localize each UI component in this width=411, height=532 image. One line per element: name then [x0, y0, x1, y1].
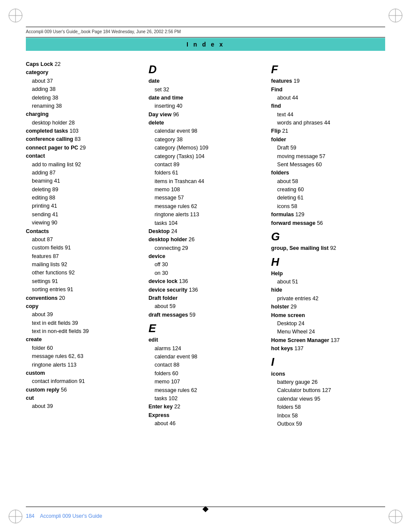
list-item: Day view 96: [149, 111, 263, 119]
entry-text: charging: [26, 111, 49, 117]
entry-text: calendar views: [277, 396, 313, 402]
list-item: date and time: [149, 94, 263, 102]
entry-text: conventions: [26, 295, 58, 301]
entry-text: folder: [271, 137, 286, 143]
entry-page: 41: [53, 178, 60, 184]
list-item: device: [149, 252, 263, 261]
entry-page: 30: [161, 270, 168, 276]
entry-text: deleting: [32, 95, 51, 101]
entry-text: about: [155, 303, 168, 309]
entry-page: 92: [74, 162, 81, 168]
entry-text: private entries: [277, 296, 311, 302]
entry-text: connect pager to PC: [26, 145, 78, 151]
entry-page: 26: [187, 236, 194, 243]
list-item: about 39: [26, 311, 140, 319]
entry-text: hot keys: [271, 345, 293, 352]
entry-page: 38: [51, 95, 58, 101]
list-item: about 39: [26, 402, 140, 411]
entry-text: contact: [155, 362, 172, 368]
list-item: folder: [271, 136, 385, 144]
entry-text: Inbox: [277, 413, 290, 419]
entry-page: 44: [323, 120, 330, 126]
entry-text: category: [26, 69, 48, 75]
entry-page: 28: [67, 120, 75, 126]
list-item: Flip 21: [271, 127, 385, 135]
entry-text: on: [155, 270, 161, 276]
entry-text: contact: [155, 162, 172, 168]
entry-page: 39: [81, 328, 89, 334]
entry-page: 44: [197, 178, 204, 184]
entry-text: Sent Messages: [277, 162, 314, 168]
entry-text: about: [32, 236, 45, 243]
entry-text: holster: [271, 304, 289, 310]
entry-page: 108: [169, 187, 180, 193]
entry-page: 137: [329, 337, 339, 343]
entry-text: Desktop: [149, 228, 170, 234]
list-item: renaming 38: [26, 102, 140, 110]
list-item: Help: [271, 270, 385, 278]
list-item: contact 88: [149, 361, 263, 369]
entry-text: off: [155, 261, 161, 268]
entry-page: 62: [190, 203, 197, 209]
entry-text: Contacts: [26, 228, 49, 234]
list-item: memo 107: [149, 378, 263, 386]
list-item: date: [149, 77, 263, 85]
corner-br: [389, 510, 402, 523]
entry-page: 62, 63: [67, 353, 83, 359]
entry-page: 60: [296, 187, 304, 193]
entry-text: Express: [149, 412, 170, 418]
entry-text: calendar event: [155, 128, 190, 134]
list-item: calendar event 98: [149, 353, 263, 361]
entry-text: deleting: [32, 187, 51, 193]
entry-text: category (Tasks): [155, 153, 194, 159]
list-item: group, See mailing list 92: [271, 244, 385, 252]
column-2: Ddateset 32date and timeinserting 40Day …: [149, 60, 271, 498]
entry-page: 88: [172, 362, 179, 368]
list-item: connect pager to PC 29: [26, 144, 140, 152]
entry-text: edit: [149, 337, 158, 343]
list-item: text 44: [271, 111, 385, 119]
entry-text: alarms: [155, 345, 171, 352]
list-item: about 51: [271, 278, 385, 286]
entry-page: 59: [168, 303, 175, 309]
entry-page: 92: [329, 245, 336, 251]
entry-text: date: [149, 78, 160, 84]
list-item: Sent Messages 60: [271, 161, 385, 169]
entry-text: icons: [271, 371, 285, 377]
entry-page: 38: [48, 86, 56, 92]
entry-page: 60: [314, 162, 322, 168]
entry-page: 26: [310, 379, 318, 385]
entry-page: 91: [50, 278, 58, 284]
entry-text: about: [277, 178, 290, 184]
entry-text: icons: [277, 203, 290, 209]
entry-text: set: [155, 87, 162, 93]
corner-bl: [9, 510, 22, 523]
list-item: other functions 92: [26, 269, 140, 277]
entry-text: date and time: [149, 95, 184, 101]
entry-page: 56: [315, 220, 323, 226]
entry-text: delete: [149, 120, 164, 126]
list-item: device security 136: [149, 286, 263, 294]
list-item: category (Tasks) 104: [149, 152, 263, 161]
entry-page: 87: [48, 170, 56, 176]
list-item: on 30: [149, 269, 263, 277]
list-item: ringtone alerts 113: [149, 211, 263, 219]
list-item: sending 41: [26, 211, 140, 219]
entry-text: ringtone alerts: [32, 362, 66, 368]
list-item: custom reply 56: [26, 386, 140, 394]
entry-page: 98: [190, 128, 197, 134]
entry-text: message: [155, 195, 177, 201]
entry-text: mailing lists: [32, 261, 60, 268]
entry-page: 87: [45, 236, 53, 243]
entry-text: renaming: [32, 103, 54, 109]
entry-text: about: [32, 311, 45, 317]
entry-page: 41: [50, 203, 57, 209]
corner-tr: [389, 9, 402, 22]
entry-text: draft messages: [149, 312, 188, 318]
entry-page: 22: [173, 404, 180, 410]
file-info: Accompli 009 User's Guide_.book Page 184…: [26, 29, 181, 34]
entry-text: custom reply: [26, 387, 59, 393]
list-item: adding 87: [26, 169, 140, 177]
entry-page: 44: [291, 95, 298, 101]
entry-text: message rules: [32, 353, 67, 359]
